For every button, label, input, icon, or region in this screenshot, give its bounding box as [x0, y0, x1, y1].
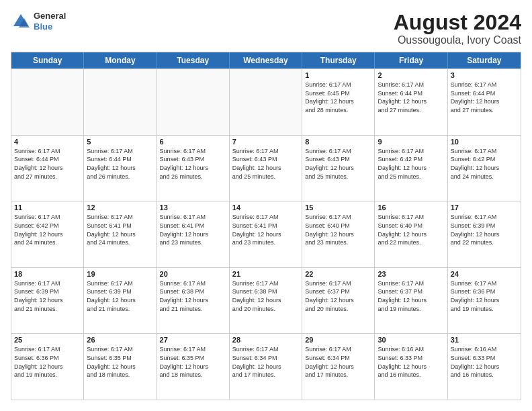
cell-w3-d5: 23Sunrise: 6:17 AM Sunset: 6:37 PM Dayli… [375, 268, 447, 334]
day-info-w3-d5: Sunrise: 6:17 AM Sunset: 6:37 PM Dayligh… [378, 279, 444, 313]
day-info-w2-d1: Sunrise: 6:17 AM Sunset: 6:41 PM Dayligh… [87, 213, 153, 246]
day-info-w2-d6: Sunrise: 6:17 AM Sunset: 6:39 PM Dayligh… [451, 213, 518, 246]
day-number-w2-d3: 14 [232, 203, 299, 212]
day-info-w1-d2: Sunrise: 6:17 AM Sunset: 6:43 PM Dayligh… [160, 147, 226, 181]
cell-w4-d3: 28Sunrise: 6:17 AM Sunset: 6:34 PM Dayli… [230, 334, 302, 400]
day-number-w1-d3: 7 [232, 138, 299, 146]
day-info-w4-d1: Sunrise: 6:17 AM Sunset: 6:35 PM Dayligh… [87, 345, 153, 379]
logo-blue: Blue [34, 21, 66, 32]
day-number-w1-d5: 9 [378, 138, 444, 146]
day-info-w1-d4: Sunrise: 6:17 AM Sunset: 6:43 PM Dayligh… [305, 147, 371, 181]
day-info-w3-d4: Sunrise: 6:17 AM Sunset: 6:37 PM Dayligh… [305, 279, 371, 313]
cell-w2-d3: 14Sunrise: 6:17 AM Sunset: 6:41 PM Dayli… [230, 201, 302, 267]
day-number-w4-d0: 25 [14, 336, 81, 344]
day-info-w3-d3: Sunrise: 6:17 AM Sunset: 6:38 PM Dayligh… [232, 279, 299, 313]
header: General Blue August 2024 Oussougoula, Iv… [11, 11, 521, 46]
cell-w4-d2: 27Sunrise: 6:17 AM Sunset: 6:35 PM Dayli… [157, 334, 230, 400]
cell-w0-d0 [11, 69, 84, 135]
cell-w2-d1: 12Sunrise: 6:17 AM Sunset: 6:41 PM Dayli… [84, 201, 157, 267]
day-info-w4-d6: Sunrise: 6:16 AM Sunset: 6:33 PM Dayligh… [451, 345, 518, 379]
cell-w3-d4: 22Sunrise: 6:17 AM Sunset: 6:37 PM Dayli… [302, 268, 375, 334]
day-number-w3-d2: 20 [160, 270, 226, 278]
cell-w1-d5: 9Sunrise: 6:17 AM Sunset: 6:42 PM Daylig… [375, 136, 447, 201]
cell-w0-d5: 2Sunrise: 6:17 AM Sunset: 6:44 PM Daylig… [375, 69, 447, 135]
cell-w4-d1: 26Sunrise: 6:17 AM Sunset: 6:35 PM Dayli… [84, 334, 157, 400]
day-number-w0-d4: 1 [305, 71, 371, 79]
cell-w3-d6: 24Sunrise: 6:17 AM Sunset: 6:36 PM Dayli… [448, 268, 521, 334]
day-number-w2-d0: 11 [14, 203, 81, 212]
day-info-w4-d2: Sunrise: 6:17 AM Sunset: 6:35 PM Dayligh… [160, 345, 226, 379]
cell-w3-d0: 18Sunrise: 6:17 AM Sunset: 6:39 PM Dayli… [11, 268, 84, 334]
cell-w2-d4: 15Sunrise: 6:17 AM Sunset: 6:40 PM Dayli… [302, 201, 375, 267]
day-number-w0-d5: 2 [378, 71, 444, 79]
header-wednesday: Wednesday [230, 52, 302, 68]
day-number-w3-d4: 22 [305, 270, 371, 278]
logo-text: General Blue [34, 11, 66, 32]
day-number-w4-d1: 26 [87, 336, 153, 344]
day-number-w0-d6: 3 [451, 71, 518, 79]
day-info-w1-d6: Sunrise: 6:17 AM Sunset: 6:42 PM Dayligh… [451, 147, 518, 181]
day-number-w3-d6: 24 [451, 270, 518, 278]
day-number-w3-d5: 23 [378, 270, 444, 278]
day-number-w2-d1: 12 [87, 203, 153, 212]
day-number-w1-d0: 4 [14, 138, 81, 146]
logo-icon [11, 11, 31, 32]
day-number-w1-d2: 6 [160, 138, 226, 146]
cell-w1-d3: 7Sunrise: 6:17 AM Sunset: 6:43 PM Daylig… [230, 136, 302, 201]
day-info-w3-d0: Sunrise: 6:17 AM Sunset: 6:39 PM Dayligh… [14, 279, 81, 313]
cell-w3-d1: 19Sunrise: 6:17 AM Sunset: 6:39 PM Dayli… [84, 268, 157, 334]
cell-w3-d3: 21Sunrise: 6:17 AM Sunset: 6:38 PM Dayli… [230, 268, 302, 334]
day-info-w4-d0: Sunrise: 6:17 AM Sunset: 6:36 PM Dayligh… [14, 345, 81, 379]
calendar-header: Sunday Monday Tuesday Wednesday Thursday… [11, 52, 521, 68]
day-info-w0-d5: Sunrise: 6:17 AM Sunset: 6:44 PM Dayligh… [378, 81, 444, 114]
day-number-w4-d6: 31 [451, 336, 518, 344]
header-monday: Monday [84, 52, 157, 68]
day-info-w2-d5: Sunrise: 6:17 AM Sunset: 6:40 PM Dayligh… [378, 213, 444, 246]
calendar: Sunday Monday Tuesday Wednesday Thursday… [11, 52, 521, 400]
day-info-w1-d5: Sunrise: 6:17 AM Sunset: 6:42 PM Dayligh… [378, 147, 444, 181]
header-saturday: Saturday [448, 52, 521, 68]
cell-w1-d2: 6Sunrise: 6:17 AM Sunset: 6:43 PM Daylig… [157, 136, 230, 201]
day-number-w3-d3: 21 [232, 270, 299, 278]
header-sunday: Sunday [11, 52, 84, 68]
header-tuesday: Tuesday [157, 52, 230, 68]
cell-w1-d6: 10Sunrise: 6:17 AM Sunset: 6:42 PM Dayli… [448, 136, 521, 201]
day-info-w0-d6: Sunrise: 6:17 AM Sunset: 6:44 PM Dayligh… [451, 81, 518, 114]
day-info-w2-d4: Sunrise: 6:17 AM Sunset: 6:40 PM Dayligh… [305, 213, 371, 246]
cell-w0-d6: 3Sunrise: 6:17 AM Sunset: 6:44 PM Daylig… [448, 69, 521, 135]
calendar-subtitle: Oussougoula, Ivory Coast [394, 34, 521, 46]
header-friday: Friday [375, 52, 447, 68]
cell-w0-d3 [230, 69, 302, 135]
day-info-w1-d3: Sunrise: 6:17 AM Sunset: 6:43 PM Dayligh… [232, 147, 299, 181]
day-info-w3-d1: Sunrise: 6:17 AM Sunset: 6:39 PM Dayligh… [87, 279, 153, 313]
day-number-w2-d6: 17 [451, 203, 518, 212]
day-info-w3-d6: Sunrise: 6:17 AM Sunset: 6:36 PM Dayligh… [451, 279, 518, 313]
day-number-w1-d4: 8 [305, 138, 371, 146]
day-number-w2-d5: 16 [378, 203, 444, 212]
day-number-w4-d2: 27 [160, 336, 226, 344]
cell-w2-d0: 11Sunrise: 6:17 AM Sunset: 6:42 PM Dayli… [11, 201, 84, 267]
day-info-w3-d2: Sunrise: 6:17 AM Sunset: 6:38 PM Dayligh… [160, 279, 226, 313]
cell-w0-d2 [157, 69, 230, 135]
cell-w1-d0: 4Sunrise: 6:17 AM Sunset: 6:44 PM Daylig… [11, 136, 84, 201]
header-thursday: Thursday [302, 52, 375, 68]
week-row-3: 18Sunrise: 6:17 AM Sunset: 6:39 PM Dayli… [11, 267, 521, 334]
week-row-1: 4Sunrise: 6:17 AM Sunset: 6:44 PM Daylig… [11, 135, 521, 201]
day-number-w1-d6: 10 [451, 138, 518, 146]
day-number-w3-d0: 18 [14, 270, 81, 278]
cell-w4-d0: 25Sunrise: 6:17 AM Sunset: 6:36 PM Dayli… [11, 334, 84, 400]
cell-w2-d2: 13Sunrise: 6:17 AM Sunset: 6:41 PM Dayli… [157, 201, 230, 267]
page: General Blue August 2024 Oussougoula, Iv… [0, 0, 532, 411]
day-info-w4-d5: Sunrise: 6:16 AM Sunset: 6:33 PM Dayligh… [378, 345, 444, 379]
day-number-w4-d5: 30 [378, 336, 444, 344]
cell-w1-d4: 8Sunrise: 6:17 AM Sunset: 6:43 PM Daylig… [302, 136, 375, 201]
week-row-0: 1Sunrise: 6:17 AM Sunset: 6:45 PM Daylig… [11, 68, 521, 135]
calendar-body: 1Sunrise: 6:17 AM Sunset: 6:45 PM Daylig… [11, 68, 521, 400]
day-info-w1-d0: Sunrise: 6:17 AM Sunset: 6:44 PM Dayligh… [14, 147, 81, 181]
week-row-2: 11Sunrise: 6:17 AM Sunset: 6:42 PM Dayli… [11, 201, 521, 267]
day-info-w2-d2: Sunrise: 6:17 AM Sunset: 6:41 PM Dayligh… [160, 213, 226, 246]
day-number-w3-d1: 19 [87, 270, 153, 278]
cell-w2-d6: 17Sunrise: 6:17 AM Sunset: 6:39 PM Dayli… [448, 201, 521, 267]
cell-w3-d2: 20Sunrise: 6:17 AM Sunset: 6:38 PM Dayli… [157, 268, 230, 334]
week-row-4: 25Sunrise: 6:17 AM Sunset: 6:36 PM Dayli… [11, 333, 521, 400]
